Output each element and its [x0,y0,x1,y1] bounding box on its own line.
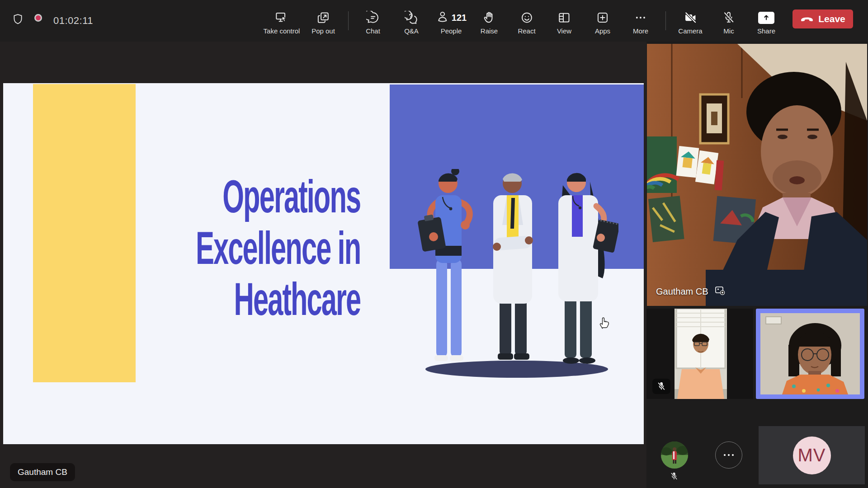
more-dots-icon [634,11,647,24]
nurse-figure [417,169,470,361]
chat-icon [366,11,380,24]
hangup-icon [800,14,814,24]
shared-content-stage: Operations Excellence in Heathcare [0,42,646,488]
security-shield-icon[interactable] [12,13,24,28]
raise-hand-button[interactable]: Raise [481,11,498,35]
participants-sidebar: Gautham CB [646,42,868,488]
take-control-icon [275,11,288,24]
slide-title-line2: Excellence in [196,222,360,273]
teams-meeting-window: 01:02:11 Take control Pop out [0,0,868,488]
apps-icon [596,11,609,24]
share-icon [758,12,774,24]
slide-title-line1: Operations [196,171,360,222]
camera-off-icon [683,11,698,24]
participant-video-tile[interactable] [646,309,753,399]
mic-toggle-button[interactable]: Mic [722,11,736,35]
camera-toggle-button[interactable]: Camera [678,11,702,35]
hidden-participants-menu[interactable] [715,441,742,469]
healthcare-workers-illustration [417,169,618,381]
more-button[interactable]: More [633,11,648,35]
people-icon [436,10,449,25]
view-layout-icon [557,11,571,24]
mic-muted-badge [652,379,670,394]
toolbar-separator [665,11,666,30]
people-button[interactable]: 121 People [436,11,467,35]
react-smiley-icon [520,11,533,24]
people-count-badge: 121 [452,13,467,23]
qa-button[interactable]: Q&A [404,11,419,35]
participant-initials: MV [798,445,826,465]
qa-icon [405,11,418,24]
share-button[interactable]: Share [757,11,775,35]
active-participant-video [760,313,860,394]
hand-cursor [598,315,611,332]
toolbar-separator [348,11,349,30]
mic-off-icon [722,11,736,24]
recording-indicator-icon [34,14,42,22]
slide-title-line3: Heathcare [196,273,360,324]
participant-avatar[interactable] [661,441,688,469]
leave-label: Leave [818,14,845,24]
apps-button[interactable]: Apps [595,11,610,35]
doctor-figure [493,173,533,381]
presentation-slide: Operations Excellence in Heathcare [3,83,644,444]
initials-avatar: MV [793,436,831,474]
react-button[interactable]: React [518,11,535,35]
active-participant-video-tile[interactable] [756,309,864,399]
slide-yellow-bar [33,84,136,382]
speaker-name-label: Gautham CB [656,286,708,297]
meeting-timer: 01:02:11 [53,15,93,27]
speaker-video-tile[interactable]: Gautham CB [647,44,867,306]
mic-muted-icon [670,472,679,483]
raise-hand-icon [482,11,496,24]
meeting-toolbar: 01:02:11 Take control Pop out [0,0,868,42]
presenter-name-overlay: Gautham CB [10,463,75,481]
woman-doctor-figure [558,173,618,364]
slide-title: Operations Excellence in Heathcare [196,171,360,324]
participant-initials-tile[interactable]: MV [759,426,865,484]
pop-out-icon [316,11,330,24]
pop-out-button[interactable]: Pop out [311,11,335,35]
spotlight-icon [715,286,726,298]
chat-button[interactable]: Chat [366,11,380,35]
view-button[interactable]: View [557,11,571,35]
speaker-video [647,44,867,306]
leave-button[interactable]: Leave [793,9,853,28]
participant-video [675,309,727,399]
take-control-button[interactable]: Take control [264,11,300,35]
